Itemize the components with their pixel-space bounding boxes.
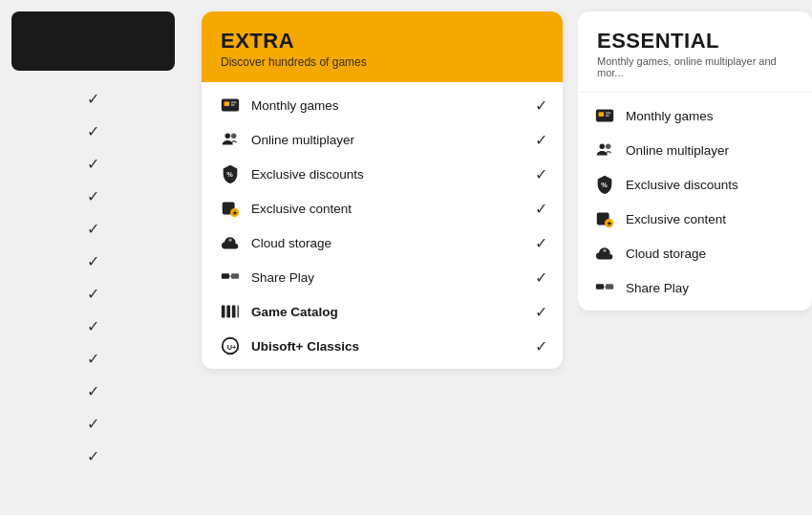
svg-rect-20 xyxy=(599,112,605,117)
check-row-2: ✓ xyxy=(0,115,186,147)
left-checkmarks: ✓ ✓ ✓ ✓ ✓ ✓ ✓ ✓ ✓ ✓ ✓ ✓ xyxy=(0,71,186,472)
feature-monthly-games-label: Monthly games xyxy=(251,98,531,113)
feature-game-catalog-label: Game Catalog xyxy=(251,305,531,319)
check-row-4: ✓ xyxy=(0,180,186,212)
feature-share-play-check: ✓ xyxy=(535,268,547,287)
feature-ubisoft-classics-label: Ubisoft+ Classics xyxy=(251,339,531,354)
check-row-7: ✓ xyxy=(0,277,186,310)
svg-rect-21 xyxy=(606,112,611,114)
svg-point-24 xyxy=(606,144,611,150)
essential-share-play-icon xyxy=(591,276,618,299)
extra-header: EXTRA Discover hundreds of games xyxy=(202,11,563,82)
feature-exclusive-content-label: Exclusive content xyxy=(251,202,531,216)
svg-rect-16 xyxy=(237,306,239,318)
essential-subtitle: Monthly games, online multiplayer and mo… xyxy=(597,55,793,78)
svg-point-23 xyxy=(600,144,606,150)
feature-share-play: Share Play ✓ xyxy=(202,260,563,294)
feature-exclusive-discounts-label: Exclusive discounts xyxy=(251,167,531,182)
check-row-5: ✓ xyxy=(0,212,186,245)
extra-title: EXTRA xyxy=(221,29,544,54)
feature-monthly-games: Monthly games ✓ xyxy=(202,88,563,122)
feature-exclusive-content: ★ Exclusive content ✓ xyxy=(202,191,563,225)
check-row-1: ✓ xyxy=(0,82,186,115)
essential-exclusive-content: ★ Exclusive content xyxy=(578,202,812,236)
svg-point-4 xyxy=(225,134,231,139)
feature-exclusive-discounts-check: ✓ xyxy=(535,165,547,183)
essential-exclusive-discounts-label: Exclusive discounts xyxy=(626,178,799,192)
svg-rect-15 xyxy=(232,306,236,318)
svg-point-29 xyxy=(603,248,607,252)
essential-title: ESSENTIAL xyxy=(597,29,793,54)
online-multiplayer-icon xyxy=(217,128,244,151)
essential-card: ESSENTIAL Monthly games, online multipla… xyxy=(578,11,812,311)
feature-cloud-storage: Cloud storage ✓ xyxy=(202,225,563,260)
essential-cloud-storage: Cloud storage xyxy=(578,236,812,270)
feature-cloud-storage-label: Cloud storage xyxy=(251,236,531,250)
feature-online-multiplayer: Online multiplayer ✓ xyxy=(202,122,563,157)
svg-rect-14 xyxy=(226,306,230,318)
monthly-games-icon xyxy=(217,94,244,117)
feature-cloud-storage-check: ✓ xyxy=(535,234,547,252)
feature-ubisoft-classics: U+ Ubisoft+ Classics ✓ xyxy=(202,329,563,363)
svg-rect-0 xyxy=(222,99,239,112)
essential-cloud-storage-icon xyxy=(591,242,618,265)
game-catalog-icon xyxy=(217,300,244,323)
svg-text:U+: U+ xyxy=(227,343,237,352)
extra-subtitle: Discover hundreds of games xyxy=(221,55,544,69)
feature-online-multiplayer-label: Online multiplayer xyxy=(251,133,531,147)
essential-cloud-storage-label: Cloud storage xyxy=(626,247,799,261)
left-panel: ✓ ✓ ✓ ✓ ✓ ✓ ✓ ✓ ✓ ✓ ✓ ✓ xyxy=(0,0,186,515)
check-row-9: ✓ xyxy=(0,342,186,375)
essential-monthly-games-icon xyxy=(591,104,618,127)
essential-panel: ESSENTIAL Monthly games, online multipla… xyxy=(578,0,812,515)
essential-exclusive-discounts-icon: % xyxy=(591,173,618,196)
essential-header: ESSENTIAL Monthly games, online multipla… xyxy=(578,11,812,93)
svg-rect-19 xyxy=(596,110,613,122)
feature-game-catalog-check: ✓ xyxy=(535,303,547,321)
essential-exclusive-discounts: % Exclusive discounts xyxy=(578,167,812,202)
extra-panel: EXTRA Discover hundreds of games Monthly… xyxy=(186,0,578,515)
left-header-dark xyxy=(11,11,175,71)
svg-point-5 xyxy=(231,134,237,139)
check-row-8: ✓ xyxy=(0,310,186,342)
check-row-11: ✓ xyxy=(0,407,186,440)
svg-point-10 xyxy=(228,238,232,242)
svg-rect-3 xyxy=(231,104,235,106)
essential-monthly-games: Monthly games xyxy=(578,98,812,133)
extra-card: EXTRA Discover hundreds of games Monthly… xyxy=(202,11,563,369)
exclusive-discounts-icon: % xyxy=(217,162,244,185)
check-row-12: ✓ xyxy=(0,440,186,472)
feature-exclusive-discounts: % Exclusive discounts ✓ xyxy=(202,157,563,191)
check-row-10: ✓ xyxy=(0,375,186,407)
svg-text:%: % xyxy=(601,181,608,189)
essential-share-play-label: Share Play xyxy=(626,281,799,295)
essential-monthly-games-label: Monthly games xyxy=(626,109,799,123)
share-play-icon xyxy=(217,266,244,289)
essential-online-multiplayer-icon xyxy=(591,139,618,161)
cloud-storage-icon xyxy=(217,231,244,254)
ubisoft-classics-icon: U+ xyxy=(217,334,244,357)
feature-share-play-label: Share Play xyxy=(251,270,531,285)
feature-exclusive-content-check: ✓ xyxy=(535,200,547,218)
essential-exclusive-content-icon: ★ xyxy=(591,207,618,230)
svg-rect-30 xyxy=(596,284,604,290)
essential-online-multiplayer: Online multiplayer xyxy=(578,133,812,167)
essential-online-multiplayer-label: Online multiplayer xyxy=(626,143,799,158)
feature-ubisoft-classics-check: ✓ xyxy=(535,337,547,355)
check-row-3: ✓ xyxy=(0,147,186,180)
check-row-6: ✓ xyxy=(0,245,186,277)
svg-rect-22 xyxy=(606,115,609,117)
feature-monthly-games-check: ✓ xyxy=(535,97,547,115)
feature-online-multiplayer-check: ✓ xyxy=(535,131,547,149)
svg-rect-1 xyxy=(224,101,230,106)
essential-share-play: Share Play xyxy=(578,270,812,305)
essential-exclusive-content-label: Exclusive content xyxy=(626,212,799,226)
svg-rect-31 xyxy=(606,284,613,290)
svg-text:%: % xyxy=(226,170,233,179)
feature-game-catalog: Game Catalog ✓ xyxy=(202,294,563,329)
svg-rect-11 xyxy=(222,273,229,279)
svg-rect-2 xyxy=(231,101,237,103)
essential-feature-list: Monthly games Online multiplayer xyxy=(578,93,812,311)
exclusive-content-icon: ★ xyxy=(217,197,244,220)
svg-rect-13 xyxy=(222,306,225,318)
